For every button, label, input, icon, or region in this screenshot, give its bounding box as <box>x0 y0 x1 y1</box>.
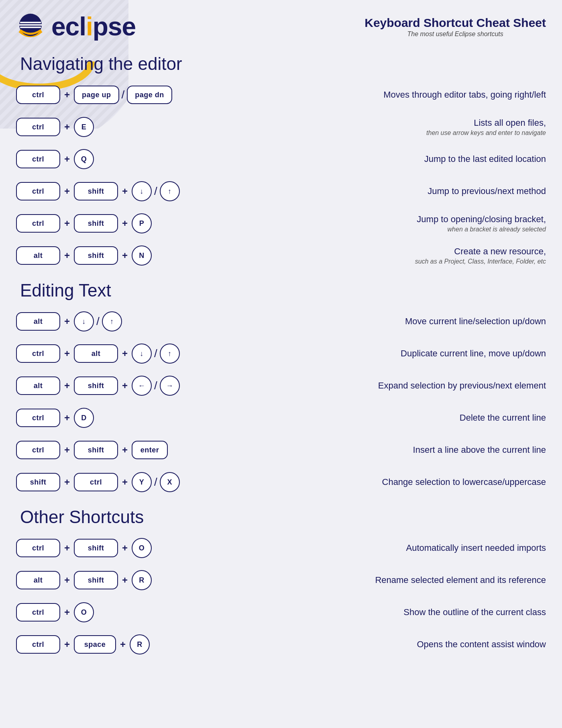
key-ctrl: ctrl <box>16 86 60 104</box>
keys-area: ctrl + space + R <box>16 634 241 654</box>
section-edit: Editing Text alt + / Move current line/s… <box>12 280 550 496</box>
shortcut-desc-sub: when a bracket is already selected <box>257 226 546 233</box>
shortcut-desc: Delete the current line <box>257 412 546 424</box>
key-ctrl: ctrl <box>74 473 118 491</box>
shortcut-desc: Jump to opening/closing bracket, <box>257 214 546 225</box>
eclipse-logo-icon <box>16 12 45 41</box>
key-alt: alt <box>16 571 60 589</box>
key-o: O <box>74 602 94 622</box>
key-shift: shift <box>16 473 60 491</box>
shortcut-desc: Jump to the last edited location <box>257 153 546 165</box>
shortcut-row: alt + shift + N Create a new resource, s… <box>12 242 550 269</box>
key-d: D <box>74 408 94 428</box>
shortcut-row: alt + / Move current line/selection up/d… <box>12 308 550 335</box>
cheat-sheet-title: Keyboard Shortcut Cheat Sheet <box>364 16 546 30</box>
shortcut-desc: Change selection to lowercase/uppercase <box>257 476 546 488</box>
key-e: E <box>74 117 94 137</box>
shortcut-row: alt + shift + R Rename selected element … <box>12 566 550 594</box>
section-other: Other Shortcuts ctrl + shift + O Automat… <box>12 507 550 658</box>
key-shift: shift <box>74 214 118 233</box>
key-arrow-up <box>102 311 122 331</box>
key-enter: enter <box>132 441 168 459</box>
key-shift: shift <box>74 246 118 265</box>
header: eclipse Keyboard Shortcut Cheat Sheet Th… <box>12 12 550 41</box>
key-arrow-up <box>160 344 180 364</box>
key-arrow-left <box>132 376 152 396</box>
logo-text: eclipse <box>51 14 136 39</box>
shortcut-desc: Lists all open files, <box>257 117 546 129</box>
shortcut-row: ctrl + alt + / Duplicate current line, m… <box>12 340 550 367</box>
keys-area: alt + shift + R <box>16 570 241 590</box>
shortcut-desc: Moves through editor tabs, going right/l… <box>257 89 546 101</box>
cheat-sheet-subtitle: The most useful Eclipse shortcuts <box>364 31 546 38</box>
key-pageup: page up <box>74 86 119 104</box>
shortcut-row: ctrl + shift + / Jump to previous/next m… <box>12 178 550 205</box>
keys-area: ctrl + shift + / <box>16 181 241 201</box>
key-ctrl: ctrl <box>16 441 60 459</box>
shortcut-desc: Expand selection by previous/next elemen… <box>257 380 546 392</box>
shortcut-desc: Insert a line above the current line <box>257 444 546 456</box>
key-arrow-down <box>132 344 152 364</box>
shortcut-desc-sub: such as a Project, Class, Interface, Fol… <box>257 258 546 265</box>
key-shift: shift <box>74 376 118 395</box>
shortcut-desc: Rename selected element and its referenc… <box>257 575 546 586</box>
keys-area: ctrl + shift + P <box>16 213 241 233</box>
key-q: Q <box>74 149 94 169</box>
keys-area: alt + shift + / <box>16 376 241 396</box>
key-alt: alt <box>16 246 60 265</box>
shortcut-desc: Show the outline of the current class <box>257 607 546 618</box>
section-nav: Navigating the editor ctrl + page up / p… <box>12 54 550 269</box>
logo-area: eclipse <box>16 12 136 41</box>
shortcut-desc: Create a new resource, <box>257 246 546 258</box>
keys-area: ctrl + page up / page dn <box>16 86 241 104</box>
shortcut-row: ctrl + space + R Opens the content assis… <box>12 631 550 658</box>
key-y: Y <box>132 472 152 492</box>
keys-area: ctrl + alt + / <box>16 344 241 364</box>
key-p: P <box>132 213 152 233</box>
key-ctrl: ctrl <box>16 409 60 427</box>
keys-area: ctrl + shift + enter <box>16 441 241 459</box>
keys-area: alt + shift + N <box>16 245 241 266</box>
section-edit-title: Editing Text <box>20 280 550 301</box>
keys-area: shift + ctrl + Y / X <box>16 472 241 492</box>
key-alt: alt <box>16 376 60 395</box>
key-alt: alt <box>74 344 118 363</box>
key-arrow-up <box>160 181 180 201</box>
shortcut-row: ctrl + E Lists all open files, then use … <box>12 113 550 141</box>
key-space: space <box>74 635 116 654</box>
key-shift: shift <box>74 539 118 557</box>
shortcut-row: ctrl + shift + O Automatically insert ne… <box>12 534 550 562</box>
section-nav-title: Navigating the editor <box>20 54 550 74</box>
shortcut-row: ctrl + shift + enter Insert a line above… <box>12 436 550 464</box>
key-ctrl: ctrl <box>16 214 60 233</box>
shortcut-row: ctrl + D Delete the current line <box>12 404 550 431</box>
keys-area: ctrl + shift + O <box>16 538 241 558</box>
key-ctrl: ctrl <box>16 118 60 136</box>
key-arrow-down <box>74 311 94 331</box>
key-shift: shift <box>74 182 118 200</box>
keys-area: ctrl + O <box>16 602 241 622</box>
keys-area: ctrl + D <box>16 408 241 428</box>
shortcut-row: ctrl + page up / page dn Moves through e… <box>12 81 550 108</box>
keys-area: ctrl + E <box>16 117 241 137</box>
key-arrow-right <box>160 376 180 396</box>
key-pagedn: page dn <box>127 86 172 104</box>
keys-area: ctrl + Q <box>16 149 241 169</box>
section-other-title: Other Shortcuts <box>20 507 550 527</box>
key-ctrl: ctrl <box>16 635 60 654</box>
key-o: O <box>132 538 152 558</box>
shortcut-desc: Move current line/selection up/down <box>257 316 546 327</box>
shortcut-row: shift + ctrl + Y / X Change selection to… <box>12 468 550 496</box>
key-r: R <box>130 634 150 654</box>
key-ctrl: ctrl <box>16 344 60 363</box>
shortcut-row: ctrl + Q Jump to the last edited locatio… <box>12 145 550 173</box>
shortcut-row: alt + shift + / Expand selection by prev… <box>12 372 550 399</box>
shortcut-desc-sub: then use arrow keys and enter to navigat… <box>257 129 546 137</box>
key-shift: shift <box>74 571 118 589</box>
shortcut-desc: Duplicate current line, move up/down <box>257 348 546 360</box>
key-ctrl: ctrl <box>16 539 60 557</box>
key-n: N <box>132 245 152 266</box>
key-arrow-down <box>132 181 152 201</box>
key-ctrl: ctrl <box>16 182 60 200</box>
header-right: Keyboard Shortcut Cheat Sheet The most u… <box>364 12 546 38</box>
